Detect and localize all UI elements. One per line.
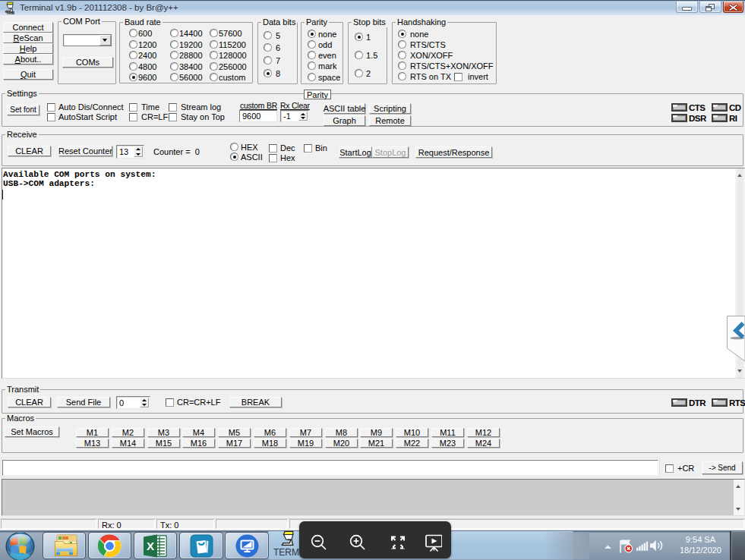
svg-text:TRM: TRM — [6, 11, 14, 15]
svg-text:X: X — [147, 540, 154, 552]
